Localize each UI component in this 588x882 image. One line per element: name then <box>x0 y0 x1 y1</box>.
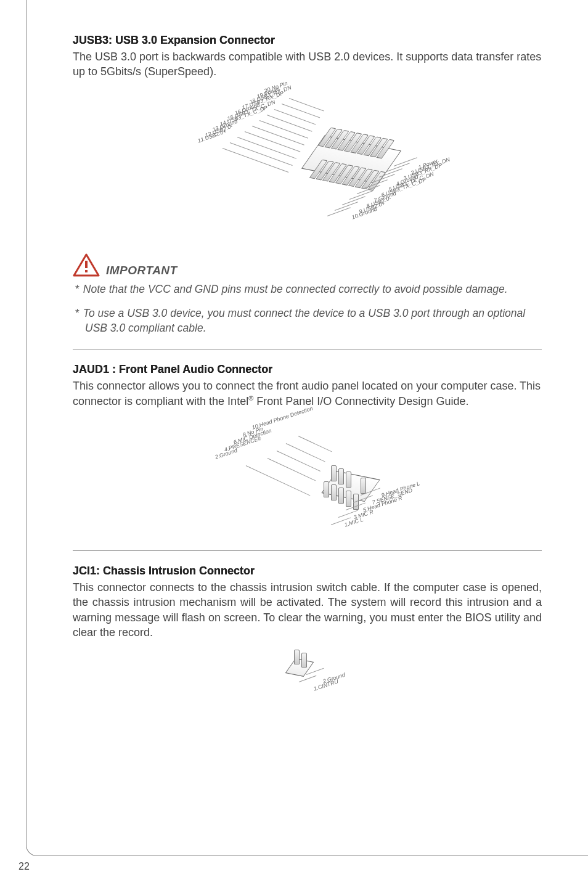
leader-line <box>259 120 308 139</box>
jaud1-connector-diagram: 10.Head Phone Detection 8.No Pin 6.MIC D… <box>147 414 468 537</box>
leader-line <box>251 126 304 145</box>
section-separator <box>73 550 542 551</box>
leader-line <box>267 458 315 481</box>
section2-heading: JAUD1 : Front Panel Audio Connector <box>73 363 542 376</box>
note-text: To use a USB 3.0 device, you must connec… <box>83 307 525 334</box>
leader-line <box>266 115 312 132</box>
important-note-2: *To use a USB 3.0 device, you must conne… <box>73 306 542 335</box>
leader-line <box>298 436 332 452</box>
connector-block <box>285 658 314 677</box>
warning-icon <box>73 253 100 277</box>
important-label: IMPORTANT <box>106 264 178 277</box>
leader-line <box>288 98 324 111</box>
section3-heading: JCI1: Chassis Intrusion Connector <box>73 565 542 578</box>
svg-rect-1 <box>85 261 88 268</box>
svg-rect-2 <box>85 270 88 272</box>
leader-line <box>245 465 310 496</box>
note-text: Note that the VCC and GND pins must be c… <box>83 283 508 295</box>
section1-heading: JUSB3: USB 3.0 Expansion Connector <box>73 34 542 47</box>
important-note-1: *Note that the VCC and GND pins must be … <box>73 282 542 297</box>
leader-line <box>298 676 316 682</box>
body-post: Front Panel I/O Connectivity Design Guid… <box>253 395 468 407</box>
leader-line <box>244 131 300 152</box>
section3-body: This connector connects to the chassis i… <box>73 580 542 640</box>
page-number: 22 <box>18 861 30 872</box>
section1-body: The USB 3.0 port is backwards compatible… <box>73 49 542 80</box>
jci1-connector-diagram: 2.Ground 1.CINTRU <box>215 645 400 713</box>
leader-line <box>276 451 320 472</box>
content-frame: JUSB3: USB 3.0 Expansion Connector The U… <box>26 0 588 856</box>
page: JUSB3: USB 3.0 Expansion Connector The U… <box>0 0 588 882</box>
important-callout: IMPORTANT <box>73 253 542 277</box>
section2-body: This connector allows you to connect the… <box>73 378 542 409</box>
section-separator <box>73 349 542 349</box>
leader-line <box>281 104 319 118</box>
leader-line <box>274 109 316 125</box>
usb3-connector-diagram: 20.No Pin 19.Power 18.USB3_RX_DN 17.USB3… <box>135 84 480 242</box>
